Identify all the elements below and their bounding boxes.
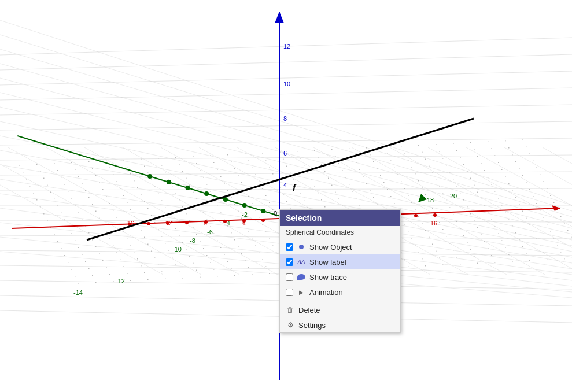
menu-item-show-trace[interactable]: Show trace [280,269,400,284]
menu-item-show-label[interactable]: AA Show label [280,254,400,269]
settings-label: Settings [298,321,326,330]
show-object-label: Show Object [309,243,352,252]
show-label-label: Show label [309,258,346,267]
main-canvas[interactable] [0,0,572,392]
delete-icon: 🗑 [286,305,295,315]
show-label-icon: AA [297,257,306,267]
show-label-checkbox[interactable] [286,258,293,266]
show-trace-icon [297,272,306,282]
menu-item-animation[interactable]: ▶ Animation [280,284,400,299]
context-menu-header: Selection [280,210,400,226]
menu-item-delete[interactable]: 🗑 Delete [280,302,400,317]
show-object-icon [297,242,306,252]
menu-item-settings[interactable]: ⚙ Settings [280,317,400,332]
animation-label: Animation [309,288,343,297]
animation-icon: ▶ [297,287,306,297]
canvas-area: Selection Spherical Coordinates Show Obj… [0,0,572,392]
menu-divider [280,301,400,301]
settings-icon: ⚙ [286,320,295,330]
show-object-checkbox[interactable] [286,243,293,251]
animation-checkbox[interactable] [286,289,293,296]
menu-item-show-object[interactable]: Show Object [280,239,400,254]
context-menu-subheader: Spherical Coordinates [280,226,400,239]
context-menu: Selection Spherical Coordinates Show Obj… [279,209,401,333]
show-trace-label: Show trace [309,273,347,282]
show-trace-checkbox[interactable] [286,273,293,281]
delete-label: Delete [298,306,320,315]
